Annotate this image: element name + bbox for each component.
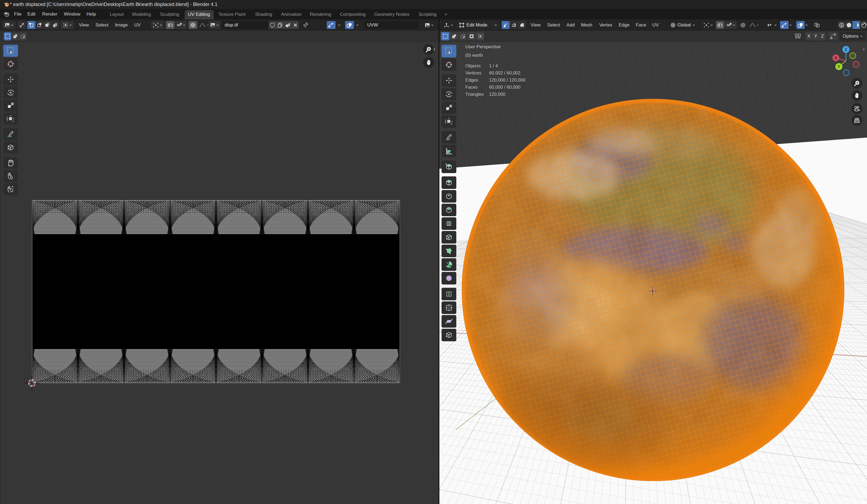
svg-text:X: X xyxy=(834,56,837,60)
svg-text:Y: Y xyxy=(837,64,840,69)
svg-text:Z: Z xyxy=(845,47,847,52)
